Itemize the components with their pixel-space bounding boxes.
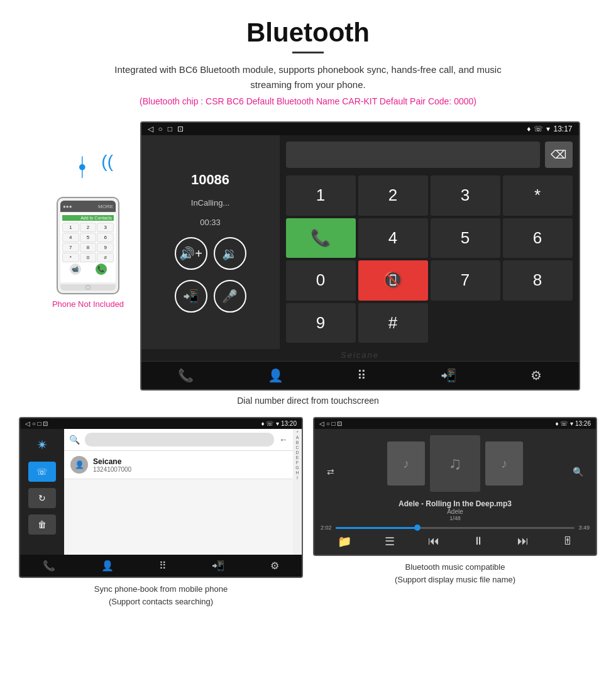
dial-input-box[interactable]: [286, 142, 540, 168]
music-note-right-icon: ♪: [501, 457, 507, 471]
dial-key-0[interactable]: 0: [286, 260, 356, 301]
pb-back-icon[interactable]: ←: [279, 435, 288, 445]
phone-key-5[interactable]: 5: [80, 233, 97, 242]
car-bottom-phone-icon[interactable]: 📞: [178, 368, 194, 383]
shuffle-icon[interactable]: ⇄: [327, 467, 334, 477]
music-controls: 📁 ☰ ⏮ ⏸ ⏭ 🎚: [321, 535, 590, 548]
music-info: Adele - Rolling In the Deep.mp3 Adele 1/…: [399, 499, 512, 521]
caller-number: 10086: [191, 172, 229, 188]
pb-search-input[interactable]: [85, 433, 274, 447]
dial-backspace-btn[interactable]: ⌫: [545, 142, 573, 168]
music-progress-bar[interactable]: [336, 527, 575, 529]
description: Integrated with BC6 Bluetooth module, su…: [94, 62, 522, 92]
phone-call-btn[interactable]: 📞: [96, 264, 107, 275]
call-timer: 00:33: [200, 218, 221, 227]
music-search-icon[interactable]: 🔍: [573, 467, 583, 477]
transfer-btn[interactable]: 📲: [175, 280, 207, 313]
screenshot-icon[interactable]: ⊡: [177, 125, 184, 133]
pb-bluetooth-icon: ✴: [28, 435, 56, 455]
music-status-bar: ◁ ○ □ ⊡ ♦ ☏ ▾ 13:26: [314, 418, 596, 429]
pb-phone-icon[interactable]: ☏: [28, 462, 56, 482]
dial-key-hangup[interactable]: 📵: [358, 260, 428, 301]
car-bottom-contacts-icon[interactable]: 👤: [268, 368, 283, 383]
pb-status-right: ♦ ☏ ▾ 13:20: [261, 420, 297, 427]
recent-icon[interactable]: □: [168, 125, 172, 133]
phone-key-3[interactable]: 3: [97, 223, 114, 232]
music-list-icon[interactable]: ☰: [385, 535, 395, 548]
music-counter: 1/48: [399, 515, 512, 521]
phone-key-1[interactable]: 1: [62, 223, 79, 232]
dial-key-4[interactable]: 4: [358, 218, 428, 258]
album-art-main: ♫: [430, 435, 480, 492]
back-icon[interactable]: ◁: [148, 125, 153, 133]
dial-key-9[interactable]: 9: [286, 303, 356, 343]
dial-key-2[interactable]: 2: [358, 175, 428, 216]
dial-key-7[interactable]: 7: [431, 260, 500, 301]
bluetooth-icon-area: (( ⍿: [63, 147, 113, 191]
pb-search-row: 🔍 ←: [64, 429, 293, 451]
phone-key-hash[interactable]: #: [97, 253, 114, 262]
phone-key-9[interactable]: 9: [97, 243, 114, 252]
music-prev-icon[interactable]: ⏮: [428, 535, 439, 548]
dial-grid: 1 2 3 * 📞 4 5 6 0 📵 7 8 9 #: [286, 175, 573, 343]
pb-contact-info: Seicane 13241007000: [93, 457, 131, 473]
pb-alpha-list: * A B C D E F G H I: [293, 429, 302, 555]
dial-key-6[interactable]: 6: [503, 218, 573, 258]
music-status-right: ♦ ☏ ▾ 13:26: [556, 420, 591, 427]
pb-bottom-transfer-icon[interactable]: 📲: [212, 560, 224, 572]
pb-contact-item[interactable]: 👤 Seicane 13241007000: [64, 451, 293, 479]
phone-key-7[interactable]: 7: [62, 243, 79, 252]
car-bottom-settings-icon[interactable]: ⚙: [531, 368, 542, 383]
music-next-icon[interactable]: ⏭: [517, 535, 529, 548]
dial-key-answer[interactable]: 📞: [286, 218, 356, 258]
seicane-watermark: Seicane: [141, 349, 579, 361]
music-note-left-icon: ♪: [403, 457, 409, 471]
music-progress-fill: [336, 527, 419, 529]
pb-sync-icon[interactable]: ↻: [28, 488, 56, 508]
phone-dial-grid: 1 2 3 4 5 6 7 8 9 * 0 #: [62, 223, 114, 262]
music-eq-icon[interactable]: 🎚: [562, 535, 573, 548]
phone-key-4[interactable]: 4: [62, 233, 79, 242]
dial-key-5[interactable]: 5: [431, 218, 500, 258]
specs-line: (Bluetooth chip : CSR BC6 Default Blueto…: [0, 96, 616, 106]
phone-key-0[interactable]: 0: [80, 253, 97, 262]
home-icon[interactable]: ○: [158, 125, 163, 133]
mute-btn[interactable]: 🎤: [214, 280, 246, 313]
dial-key-star[interactable]: *: [503, 175, 573, 216]
phone-home-circle[interactable]: [85, 285, 91, 290]
dial-key-1[interactable]: 1: [286, 175, 356, 216]
page-title: Bluetooth: [0, 18, 616, 48]
phone-key-6[interactable]: 6: [97, 233, 114, 242]
status-time: 13:17: [553, 125, 572, 133]
volume-up-btn[interactable]: 🔊+: [175, 237, 207, 270]
music-play-icon[interactable]: ⏸: [473, 535, 484, 548]
phone-key-star[interactable]: *: [62, 253, 79, 262]
music-time-total: 3:49: [578, 525, 590, 531]
car-bottom-dialpad-icon[interactable]: ⠿: [357, 368, 366, 383]
phone-key-2[interactable]: 2: [80, 223, 97, 232]
car-bottom-transfer-icon[interactable]: 📲: [441, 368, 456, 383]
pb-bottom-settings-icon[interactable]: ⚙: [270, 560, 279, 572]
phone-video-btn[interactable]: 📹: [70, 264, 81, 275]
music-progress-row: 2:02 3:49: [321, 525, 590, 531]
phone-sidebar: (( ⍿ ●●●MORE Add to Contacts 1 2 3 4 5 6…: [36, 121, 140, 309]
music-nav-icons: ◁ ○ □ ⊡: [319, 420, 342, 427]
wifi-icon: ▾: [546, 125, 550, 133]
pb-bottom-phone-icon[interactable]: 📞: [43, 560, 55, 572]
volume-down-btn[interactable]: 🔉: [214, 237, 246, 270]
bottom-section: ◁ ○ □ ⊡ ♦ ☏ ▾ 13:20 ✴ ☏ ↻ 🗑 🔍 ←: [0, 417, 616, 620]
dial-key-8[interactable]: 8: [503, 260, 573, 301]
call-status: InCalling...: [191, 198, 229, 208]
pb-bottom-dialpad-icon[interactable]: ⠿: [159, 560, 167, 572]
pb-bottom-contacts-icon[interactable]: 👤: [101, 560, 114, 572]
car-screen-dial: ◁ ○ □ ⊡ ♦ ☏ ▾ 13:17 10086 InCalling... 0…: [140, 121, 580, 391]
phone-mockup: ●●●MORE Add to Contacts 1 2 3 4 5 6 7 8 …: [57, 197, 119, 294]
pb-search-icon[interactable]: 🔍: [69, 435, 80, 445]
dial-key-3[interactable]: 3: [431, 175, 500, 216]
pb-bottom-bar: 📞 👤 ⠿ 📲 ⚙: [20, 555, 302, 577]
dial-key-hash[interactable]: #: [358, 303, 428, 343]
pb-delete-icon[interactable]: 🗑: [28, 514, 56, 535]
phone-key-8[interactable]: 8: [80, 243, 97, 252]
dial-pad-area: ⌫ 1 2 3 * 📞 4 5 6 0 📵 7 8 9 #: [280, 135, 579, 349]
music-folder-icon[interactable]: 📁: [338, 535, 351, 548]
